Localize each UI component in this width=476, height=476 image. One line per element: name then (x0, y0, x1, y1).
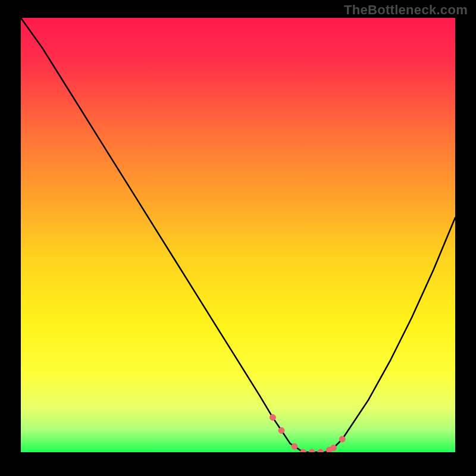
chart-frame: TheBottleneck.com (0, 0, 476, 476)
watermark-text: TheBottleneck.com (344, 2, 468, 18)
valley-marker (270, 415, 275, 421)
valley-marker (292, 443, 298, 449)
valley-marker (318, 449, 324, 452)
valley-marker (278, 428, 284, 434)
valley-marker (331, 445, 337, 451)
valley-marker (339, 436, 345, 442)
plot-area (21, 18, 455, 452)
valley-marker (300, 449, 306, 452)
valley-marker (309, 449, 315, 452)
bottleneck-curve (21, 18, 455, 452)
